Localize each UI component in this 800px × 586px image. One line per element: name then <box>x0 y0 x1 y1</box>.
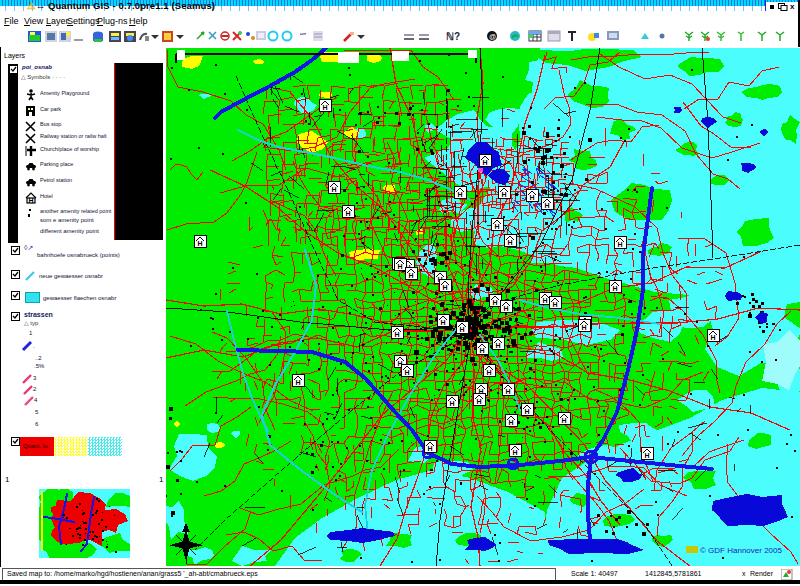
svg-text:H: H <box>482 159 487 166</box>
svg-text:H: H <box>512 449 517 456</box>
svg-text:© GDF Hannover 2005: © GDF Hannover 2005 <box>700 546 782 555</box>
svg-text:H: H <box>476 398 481 405</box>
svg-text:H: H <box>345 210 350 217</box>
svg-text:H: H <box>494 223 499 230</box>
svg-text:H: H <box>486 369 491 376</box>
svg-text:H: H <box>581 324 586 331</box>
svg-text:H: H <box>495 342 500 349</box>
svg-text:H: H <box>544 202 549 209</box>
svg-text:H: H <box>710 334 715 341</box>
svg-text:H: H <box>505 388 510 395</box>
svg-text:“”: “” <box>300 31 306 41</box>
svg-text:H: H <box>404 369 409 376</box>
svg-text:@: @ <box>489 33 496 40</box>
svg-text:H: H <box>479 347 484 354</box>
svg-text:H: H <box>295 379 300 386</box>
svg-text:H: H <box>442 284 447 291</box>
svg-text:H: H <box>508 419 513 426</box>
svg-text:H: H <box>331 186 336 193</box>
svg-text:H: H <box>542 297 547 304</box>
svg-text:H: H <box>501 191 506 198</box>
svg-text:H: H <box>449 400 454 407</box>
svg-text:H: H <box>492 299 497 306</box>
svg-text:H: H <box>457 191 462 198</box>
svg-text:H: H <box>427 445 432 452</box>
svg-text:H: H <box>408 272 413 279</box>
svg-text:H: H <box>322 104 327 111</box>
svg-text:H: H <box>561 417 566 424</box>
svg-text:H: H <box>552 301 557 308</box>
svg-text:H: H <box>28 197 33 204</box>
svg-text:H: H <box>524 408 529 415</box>
svg-text:H: H <box>503 305 508 312</box>
svg-text:H: H <box>397 263 402 270</box>
svg-text:H: H <box>440 319 445 326</box>
svg-text:H: H <box>197 240 202 247</box>
svg-text:H: H <box>394 331 399 338</box>
svg-text:ℕ?: ℕ? <box>446 31 460 42</box>
svg-text:H: H <box>507 239 512 246</box>
svg-text:H: H <box>644 452 649 459</box>
svg-text:H: H <box>529 194 534 201</box>
svg-text:H: H <box>612 285 617 292</box>
svg-text:H: H <box>459 326 464 333</box>
svg-text:H: H <box>617 241 622 248</box>
